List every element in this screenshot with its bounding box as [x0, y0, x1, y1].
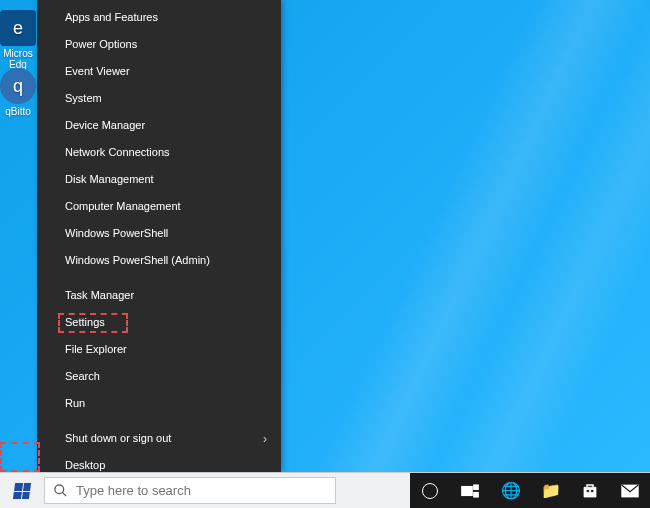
menu-item-event-viewer[interactable]: Event Viewer — [37, 58, 281, 85]
svg-line-1 — [62, 492, 66, 496]
power-user-menu: Apps and Features Power Options Event Vi… — [37, 0, 281, 472]
menu-item-file-explorer[interactable]: File Explorer — [37, 336, 281, 363]
desktop[interactable]: e Micros Edg q qBitto Apps and Features … — [0, 0, 650, 508]
menu-item-label: Event Viewer — [65, 65, 130, 77]
svg-rect-3 — [474, 485, 479, 490]
menu-item-computer-management[interactable]: Computer Management — [37, 193, 281, 220]
menu-item-settings[interactable]: Settings — [37, 309, 281, 336]
menu-item-disk-management[interactable]: Disk Management — [37, 166, 281, 193]
search-input[interactable] — [76, 483, 327, 498]
menu-item-system[interactable]: System — [37, 85, 281, 112]
taskbar-file-explorer[interactable]: 📁 — [530, 473, 570, 508]
menu-item-shutdown-signout[interactable]: Shut down or sign out › — [37, 425, 281, 452]
cortana-icon — [422, 483, 438, 499]
svg-rect-4 — [474, 492, 479, 497]
desktop-icon-label: Micros Edg — [0, 48, 42, 70]
windows-logo-icon — [13, 483, 31, 499]
folder-icon: 📁 — [541, 482, 559, 500]
menu-item-label: Settings — [65, 316, 105, 328]
desktop-icon-qbittorrent[interactable]: q qBitto — [0, 68, 42, 117]
svg-rect-6 — [591, 489, 594, 492]
qbittorrent-icon: q — [0, 68, 36, 104]
taskbar-store[interactable] — [570, 473, 610, 508]
taskbar: 🌐 📁 — [0, 472, 650, 508]
menu-item-powershell-admin[interactable]: Windows PowerShell (Admin) — [37, 247, 281, 274]
edge-icon: 🌐 — [501, 482, 519, 500]
menu-item-label: Apps and Features — [65, 11, 158, 23]
annotation-highlight-start — [0, 442, 40, 472]
menu-item-label: Shut down or sign out — [65, 432, 171, 444]
edge-icon: e — [0, 10, 36, 46]
menu-item-label: System — [65, 92, 102, 104]
menu-item-label: File Explorer — [65, 343, 127, 355]
store-icon — [581, 482, 599, 500]
menu-item-power-options[interactable]: Power Options — [37, 31, 281, 58]
menu-item-label: Run — [65, 397, 85, 409]
menu-item-device-manager[interactable]: Device Manager — [37, 112, 281, 139]
menu-item-search[interactable]: Search — [37, 363, 281, 390]
menu-item-label: Network Connections — [65, 146, 170, 158]
menu-item-network-connections[interactable]: Network Connections — [37, 139, 281, 166]
taskbar-spacer — [336, 473, 410, 508]
start-button[interactable] — [0, 473, 44, 508]
menu-item-powershell[interactable]: Windows PowerShell — [37, 220, 281, 247]
svg-rect-2 — [462, 486, 473, 495]
svg-point-0 — [55, 485, 64, 494]
menu-item-label: Windows PowerShell — [65, 227, 168, 239]
taskbar-mail[interactable] — [610, 473, 650, 508]
menu-item-label: Desktop — [65, 459, 105, 471]
menu-item-label: Windows PowerShell (Admin) — [65, 254, 210, 266]
wallpaper-light — [300, 0, 650, 508]
menu-item-label: Computer Management — [65, 200, 181, 212]
menu-item-label: Task Manager — [65, 289, 134, 301]
menu-item-task-manager[interactable]: Task Manager — [37, 282, 281, 309]
menu-item-label: Search — [65, 370, 100, 382]
menu-item-label: Power Options — [65, 38, 137, 50]
taskbar-task-view[interactable] — [450, 473, 490, 508]
menu-item-run[interactable]: Run — [37, 390, 281, 417]
taskbar-search[interactable] — [44, 477, 336, 504]
desktop-icon-edge[interactable]: e Micros Edg — [0, 10, 42, 70]
desktop-icon-label: qBitto — [0, 106, 42, 117]
chevron-right-icon: › — [263, 425, 267, 452]
svg-rect-5 — [586, 489, 589, 492]
taskbar-edge[interactable]: 🌐 — [490, 473, 530, 508]
mail-icon — [621, 482, 639, 500]
menu-item-label: Disk Management — [65, 173, 154, 185]
search-icon — [53, 483, 68, 498]
menu-item-label: Device Manager — [65, 119, 145, 131]
taskbar-cortana[interactable] — [410, 473, 450, 508]
task-view-icon — [461, 482, 479, 500]
menu-item-apps-features[interactable]: Apps and Features — [37, 4, 281, 31]
